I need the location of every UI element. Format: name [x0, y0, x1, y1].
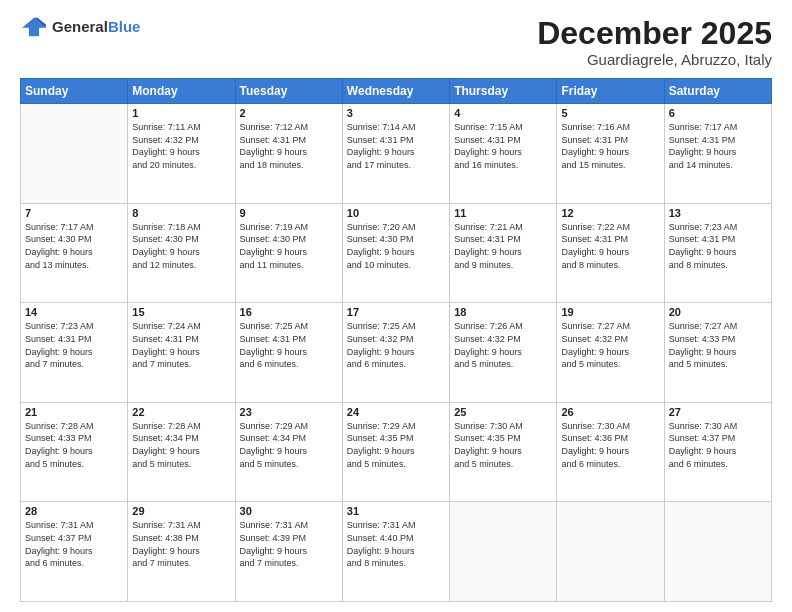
calendar-table: Sunday Monday Tuesday Wednesday Thursday… [20, 78, 772, 602]
day-info: Sunrise: 7:29 AMSunset: 4:34 PMDaylight:… [240, 420, 338, 470]
table-row: 1Sunrise: 7:11 AMSunset: 4:32 PMDaylight… [128, 104, 235, 204]
table-row: 12Sunrise: 7:22 AMSunset: 4:31 PMDayligh… [557, 203, 664, 303]
day-info: Sunrise: 7:25 AMSunset: 4:31 PMDaylight:… [240, 320, 338, 370]
table-row: 19Sunrise: 7:27 AMSunset: 4:32 PMDayligh… [557, 303, 664, 403]
day-info: Sunrise: 7:30 AMSunset: 4:37 PMDaylight:… [669, 420, 767, 470]
day-number: 4 [454, 107, 552, 119]
day-number: 24 [347, 406, 445, 418]
day-info: Sunrise: 7:17 AMSunset: 4:31 PMDaylight:… [669, 121, 767, 171]
table-row [21, 104, 128, 204]
calendar-header-row: Sunday Monday Tuesday Wednesday Thursday… [21, 79, 772, 104]
table-row: 31Sunrise: 7:31 AMSunset: 4:40 PMDayligh… [342, 502, 449, 602]
table-row: 26Sunrise: 7:30 AMSunset: 4:36 PMDayligh… [557, 402, 664, 502]
table-row: 15Sunrise: 7:24 AMSunset: 4:31 PMDayligh… [128, 303, 235, 403]
table-row: 21Sunrise: 7:28 AMSunset: 4:33 PMDayligh… [21, 402, 128, 502]
day-number: 10 [347, 207, 445, 219]
day-number: 31 [347, 505, 445, 517]
logo-general: General [52, 18, 108, 35]
table-row: 29Sunrise: 7:31 AMSunset: 4:38 PMDayligh… [128, 502, 235, 602]
day-info: Sunrise: 7:17 AMSunset: 4:30 PMDaylight:… [25, 221, 123, 271]
day-number: 12 [561, 207, 659, 219]
calendar-week-row: 7Sunrise: 7:17 AMSunset: 4:30 PMDaylight… [21, 203, 772, 303]
table-row: 22Sunrise: 7:28 AMSunset: 4:34 PMDayligh… [128, 402, 235, 502]
day-info: Sunrise: 7:29 AMSunset: 4:35 PMDaylight:… [347, 420, 445, 470]
table-row: 23Sunrise: 7:29 AMSunset: 4:34 PMDayligh… [235, 402, 342, 502]
table-row: 17Sunrise: 7:25 AMSunset: 4:32 PMDayligh… [342, 303, 449, 403]
day-info: Sunrise: 7:31 AMSunset: 4:39 PMDaylight:… [240, 519, 338, 569]
day-info: Sunrise: 7:26 AMSunset: 4:32 PMDaylight:… [454, 320, 552, 370]
day-info: Sunrise: 7:14 AMSunset: 4:31 PMDaylight:… [347, 121, 445, 171]
col-tuesday: Tuesday [235, 79, 342, 104]
day-info: Sunrise: 7:21 AMSunset: 4:31 PMDaylight:… [454, 221, 552, 271]
table-row: 13Sunrise: 7:23 AMSunset: 4:31 PMDayligh… [664, 203, 771, 303]
day-info: Sunrise: 7:11 AMSunset: 4:32 PMDaylight:… [132, 121, 230, 171]
table-row: 8Sunrise: 7:18 AMSunset: 4:30 PMDaylight… [128, 203, 235, 303]
day-number: 19 [561, 306, 659, 318]
table-row: 14Sunrise: 7:23 AMSunset: 4:31 PMDayligh… [21, 303, 128, 403]
day-number: 22 [132, 406, 230, 418]
day-number: 29 [132, 505, 230, 517]
day-info: Sunrise: 7:31 AMSunset: 4:38 PMDaylight:… [132, 519, 230, 569]
table-row: 11Sunrise: 7:21 AMSunset: 4:31 PMDayligh… [450, 203, 557, 303]
day-info: Sunrise: 7:28 AMSunset: 4:34 PMDaylight:… [132, 420, 230, 470]
col-friday: Friday [557, 79, 664, 104]
day-number: 15 [132, 306, 230, 318]
day-info: Sunrise: 7:23 AMSunset: 4:31 PMDaylight:… [669, 221, 767, 271]
day-number: 26 [561, 406, 659, 418]
title-section: December 2025 Guardiagrele, Abruzzo, Ita… [537, 16, 772, 68]
day-number: 13 [669, 207, 767, 219]
day-number: 3 [347, 107, 445, 119]
day-number: 23 [240, 406, 338, 418]
day-info: Sunrise: 7:28 AMSunset: 4:33 PMDaylight:… [25, 420, 123, 470]
table-row: 4Sunrise: 7:15 AMSunset: 4:31 PMDaylight… [450, 104, 557, 204]
table-row: 7Sunrise: 7:17 AMSunset: 4:30 PMDaylight… [21, 203, 128, 303]
day-number: 9 [240, 207, 338, 219]
day-number: 6 [669, 107, 767, 119]
table-row: 10Sunrise: 7:20 AMSunset: 4:30 PMDayligh… [342, 203, 449, 303]
day-number: 18 [454, 306, 552, 318]
table-row: 2Sunrise: 7:12 AMSunset: 4:31 PMDaylight… [235, 104, 342, 204]
table-row: 20Sunrise: 7:27 AMSunset: 4:33 PMDayligh… [664, 303, 771, 403]
page: GeneralBlue December 2025 Guardiagrele, … [0, 0, 792, 612]
day-number: 17 [347, 306, 445, 318]
table-row: 3Sunrise: 7:14 AMSunset: 4:31 PMDaylight… [342, 104, 449, 204]
day-number: 16 [240, 306, 338, 318]
calendar-week-row: 14Sunrise: 7:23 AMSunset: 4:31 PMDayligh… [21, 303, 772, 403]
logo-blue: Blue [108, 18, 141, 35]
table-row: 25Sunrise: 7:30 AMSunset: 4:35 PMDayligh… [450, 402, 557, 502]
day-number: 28 [25, 505, 123, 517]
day-number: 14 [25, 306, 123, 318]
day-info: Sunrise: 7:19 AMSunset: 4:30 PMDaylight:… [240, 221, 338, 271]
col-thursday: Thursday [450, 79, 557, 104]
day-number: 25 [454, 406, 552, 418]
day-info: Sunrise: 7:22 AMSunset: 4:31 PMDaylight:… [561, 221, 659, 271]
table-row [664, 502, 771, 602]
day-number: 20 [669, 306, 767, 318]
day-info: Sunrise: 7:24 AMSunset: 4:31 PMDaylight:… [132, 320, 230, 370]
calendar-week-row: 1Sunrise: 7:11 AMSunset: 4:32 PMDaylight… [21, 104, 772, 204]
day-number: 30 [240, 505, 338, 517]
day-info: Sunrise: 7:31 AMSunset: 4:40 PMDaylight:… [347, 519, 445, 569]
table-row: 9Sunrise: 7:19 AMSunset: 4:30 PMDaylight… [235, 203, 342, 303]
col-wednesday: Wednesday [342, 79, 449, 104]
header: GeneralBlue December 2025 Guardiagrele, … [20, 16, 772, 68]
table-row [557, 502, 664, 602]
table-row: 18Sunrise: 7:26 AMSunset: 4:32 PMDayligh… [450, 303, 557, 403]
table-row: 30Sunrise: 7:31 AMSunset: 4:39 PMDayligh… [235, 502, 342, 602]
calendar-week-row: 21Sunrise: 7:28 AMSunset: 4:33 PMDayligh… [21, 402, 772, 502]
table-row [450, 502, 557, 602]
svg-marker-0 [22, 18, 46, 37]
day-number: 2 [240, 107, 338, 119]
table-row: 16Sunrise: 7:25 AMSunset: 4:31 PMDayligh… [235, 303, 342, 403]
table-row: 28Sunrise: 7:31 AMSunset: 4:37 PMDayligh… [21, 502, 128, 602]
day-info: Sunrise: 7:25 AMSunset: 4:32 PMDaylight:… [347, 320, 445, 370]
day-number: 11 [454, 207, 552, 219]
col-monday: Monday [128, 79, 235, 104]
day-number: 27 [669, 406, 767, 418]
table-row: 6Sunrise: 7:17 AMSunset: 4:31 PMDaylight… [664, 104, 771, 204]
month-title: December 2025 [537, 16, 772, 51]
day-info: Sunrise: 7:15 AMSunset: 4:31 PMDaylight:… [454, 121, 552, 171]
col-sunday: Sunday [21, 79, 128, 104]
day-info: Sunrise: 7:18 AMSunset: 4:30 PMDaylight:… [132, 221, 230, 271]
day-info: Sunrise: 7:16 AMSunset: 4:31 PMDaylight:… [561, 121, 659, 171]
